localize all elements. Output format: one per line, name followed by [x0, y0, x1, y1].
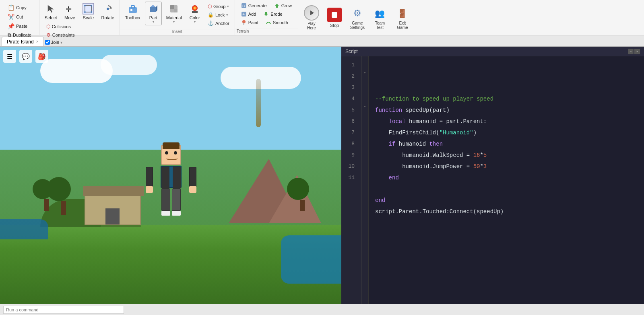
- svg-rect-15: [174, 9, 178, 12]
- water-left: [0, 219, 48, 239]
- line-number: 10: [341, 161, 358, 172]
- code-line: end: [375, 195, 638, 206]
- collapse-arrow: [361, 56, 368, 68]
- svg-point-4: [84, 11, 86, 13]
- code-area[interactable]: --function to speed up player speedfunct…: [369, 56, 644, 304]
- constraints-button[interactable]: ⚙ Constraints: [43, 31, 78, 39]
- collapse-arrow: [361, 169, 368, 180]
- code-line: function speedUp(part): [375, 105, 638, 116]
- line-number: 3: [341, 82, 358, 93]
- svg-marker-12: [156, 5, 157, 12]
- part-button[interactable]: Part ▾: [145, 2, 162, 25]
- line-number: 9: [341, 150, 358, 161]
- menu-icon[interactable]: ☰: [3, 50, 16, 63]
- svg-rect-25: [332, 12, 337, 18]
- building: [85, 193, 141, 225]
- exit-game-button[interactable]: 🚪 Exit Game: [392, 4, 413, 31]
- color-button[interactable]: Color ▾: [186, 2, 203, 25]
- viewport[interactable]: ☰ 💬 🎒: [0, 47, 341, 304]
- edit-section: G Generate Grow + Add Erode: [235, 0, 298, 35]
- select-button[interactable]: Select: [42, 2, 60, 22]
- cloud3: [221, 67, 301, 89]
- script-content[interactable]: 1234567891011 ▾▾ --function to speed up …: [341, 56, 644, 304]
- svg-marker-11: [150, 5, 156, 7]
- tab-pirate-island[interactable]: Pirate Island ×: [2, 37, 44, 46]
- collapse-arrow: [361, 158, 368, 169]
- line-number: 4: [341, 93, 358, 105]
- code-line: [375, 183, 638, 195]
- script-header: Script − ×: [341, 47, 644, 56]
- join-checkbox[interactable]: Join ▾: [43, 39, 78, 45]
- rotate-button[interactable]: Rotate: [98, 2, 117, 22]
- code-line: --function to speed up player speed: [375, 93, 638, 105]
- erode-button[interactable]: Erode: [260, 10, 285, 18]
- scene: ☰ 💬 🎒: [0, 47, 341, 304]
- stop-button[interactable]: Stop: [323, 6, 346, 29]
- collapse-arrow: [361, 113, 368, 124]
- insert-section: Toolbox Part ▾: [120, 0, 235, 35]
- svg-rect-9: [130, 9, 132, 11]
- building-door: [105, 208, 120, 224]
- collisions-button[interactable]: ⬡ Collisions: [43, 23, 78, 31]
- building-roof: [83, 186, 144, 196]
- viewport-toolbar: ☰ 💬 🎒: [3, 50, 48, 63]
- play-here-button[interactable]: Play Here: [301, 4, 322, 32]
- collapse-arrow[interactable]: ▾: [361, 68, 368, 79]
- cut-button[interactable]: ✂️ Cut: [5, 12, 26, 21]
- chat-icon[interactable]: 💬: [19, 50, 32, 63]
- team-test-button[interactable]: 👥 Team Test: [369, 4, 391, 31]
- anchor-button[interactable]: ⚓ Anchor: [205, 19, 232, 27]
- material-button[interactable]: Material ▾: [163, 2, 185, 25]
- line-number: 8: [341, 138, 358, 150]
- svg-rect-17: [192, 11, 198, 13]
- script-title: Script: [345, 49, 358, 54]
- cloud2: [101, 55, 157, 75]
- line-number: 7: [341, 127, 358, 138]
- terrain-label: Terrain: [235, 29, 298, 35]
- collapse-arrow: [361, 90, 368, 101]
- svg-rect-23: [244, 23, 244, 25]
- add-button[interactable]: + Add: [238, 10, 259, 18]
- script-minimize-button[interactable]: −: [628, 49, 634, 54]
- code-line: if humanoid then: [375, 138, 638, 150]
- svg-marker-24: [310, 10, 314, 15]
- lock-button[interactable]: 🔒 Lock ▾: [205, 11, 232, 19]
- move-button[interactable]: ✛ Move: [61, 2, 78, 22]
- collapse-arrow[interactable]: ▾: [361, 101, 368, 113]
- toolbar: 📋 Copy ✂️ Cut 📌 Paste ⧉ Duplicate Clipbo…: [0, 0, 644, 35]
- code-line: FindFirstChild("Humanoid"): [375, 127, 638, 138]
- svg-rect-8: [131, 6, 134, 8]
- paste-button[interactable]: 📌 Paste: [5, 22, 30, 31]
- group-button[interactable]: ⬡ Group ▾: [205, 2, 232, 10]
- svg-rect-14: [170, 5, 174, 9]
- collapse-arrow: [361, 135, 368, 146]
- tree3: [295, 186, 309, 211]
- character: [153, 145, 189, 225]
- water-right: [281, 235, 341, 284]
- svg-point-16: [192, 5, 198, 11]
- tab-label: Pirate Island: [7, 39, 34, 45]
- grow-button[interactable]: Grow: [271, 2, 295, 10]
- toolbox-button[interactable]: Toolbox: [122, 2, 143, 22]
- command-input[interactable]: [3, 306, 124, 314]
- svg-text:✛: ✛: [66, 5, 72, 13]
- tab-close-button[interactable]: ×: [36, 39, 39, 44]
- paint-button[interactable]: Paint: [238, 19, 261, 27]
- svg-rect-1: [85, 6, 91, 12]
- copy-button[interactable]: 📋 Copy: [5, 3, 29, 12]
- bag-icon[interactable]: 🎒: [35, 50, 48, 63]
- generate-button[interactable]: G Generate: [238, 2, 270, 10]
- svg-point-2: [84, 5, 86, 6]
- scale-button[interactable]: Scale: [80, 2, 97, 22]
- line-number: 6: [341, 116, 358, 127]
- code-line: humanoid.WalkSpeed = 16*5: [375, 150, 638, 161]
- svg-text:+: +: [242, 12, 245, 16]
- smooth-button[interactable]: Smooth: [263, 19, 291, 27]
- code-line: end: [375, 172, 638, 183]
- game-settings-button[interactable]: ⚙ Game Settings: [347, 4, 368, 31]
- smoke: [256, 79, 261, 127]
- code-line: local humanoid = part.Parent:: [375, 116, 638, 127]
- script-close-button[interactable]: ×: [634, 49, 640, 54]
- svg-text:G: G: [242, 4, 245, 8]
- line-number: 2: [341, 71, 358, 82]
